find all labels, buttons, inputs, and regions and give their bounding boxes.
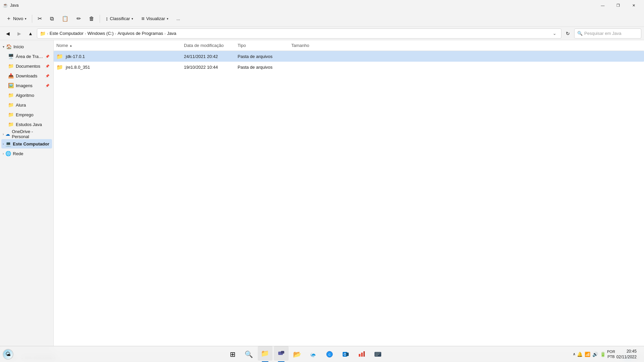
- breadcrumb-java[interactable]: Java: [167, 31, 176, 36]
- sidebar-item-area-de-trabalho[interactable]: 🖥️ Área de Trabalho 📌: [1, 52, 52, 61]
- col-header-date[interactable]: Data de modificação: [184, 43, 238, 48]
- paste-button[interactable]: 📋: [58, 13, 72, 25]
- search-button[interactable]: 🔍: [242, 347, 256, 362]
- rename-button[interactable]: ✏: [73, 13, 84, 25]
- onedrive-label: OneDrive - Personal: [12, 129, 51, 139]
- file-type-jdk: Pasta de arquivos: [238, 54, 291, 59]
- sidebar-item-downloads[interactable]: 📥 Downloads 📌: [1, 71, 52, 80]
- taskbar-right: ∧ 🔔 📶 🔊 🔋 POR PTB 20:45 02/11/2022: [570, 347, 644, 362]
- address-dropdown-button[interactable]: ⌄: [550, 29, 558, 38]
- outlook-button[interactable]: O: [338, 347, 353, 362]
- sidebar-section-inicio[interactable]: ▾ 🏠 Início: [1, 42, 52, 51]
- title-bar-left: ☕ Java: [3, 3, 18, 8]
- language-line2: PTB: [607, 354, 615, 359]
- col-size-label: Tamanho: [291, 43, 309, 48]
- search-icon: 🔍: [577, 31, 583, 36]
- sidebar-item-imagens[interactable]: 🖼️ Imagens 📌: [1, 81, 52, 90]
- language-line1: POR: [607, 349, 615, 354]
- inicio-icon: 🏠: [6, 44, 12, 49]
- start-btn-wrap: ⊞: [226, 347, 240, 362]
- breadcrumb-separator-0: ›: [47, 32, 48, 36]
- sidebar-section-rede[interactable]: › 🌐 Rede: [1, 149, 52, 158]
- view-icon: ≡: [141, 16, 144, 22]
- file-explorer-button[interactable]: 📁: [258, 346, 273, 361]
- sidebar-label-emprego: Emprego: [16, 112, 49, 117]
- refresh-button[interactable]: ↻: [563, 28, 573, 39]
- sidebar-label-area-de-trabalho: Área de Trabalho: [16, 54, 43, 59]
- pin-icon-downloads: 📌: [45, 74, 49, 78]
- maximize-button[interactable]: ❐: [610, 0, 626, 11]
- documents-icon: 📁: [8, 63, 14, 69]
- breadcrumb-este-computador[interactable]: Este Computador: [50, 31, 84, 36]
- folder-icon-jre: 📁: [56, 64, 63, 70]
- sidebar-item-emprego[interactable]: 📁 Emprego: [1, 110, 52, 119]
- delete-button[interactable]: 🗑: [86, 13, 98, 25]
- inicio-chevron-icon: ▾: [3, 45, 4, 49]
- rede-label: Rede: [13, 151, 23, 156]
- taskbar-clock[interactable]: 20:45 02/11/2022: [616, 349, 637, 360]
- breadcrumb-separator-1: ›: [85, 32, 86, 36]
- file-date-jre: 19/10/2022 10:44: [184, 65, 238, 70]
- col-header-name[interactable]: Nome ▲: [56, 43, 184, 48]
- more-button[interactable]: ...: [173, 13, 184, 25]
- tray-chevron-button[interactable]: ∧: [573, 347, 576, 362]
- back-button[interactable]: ◀: [3, 28, 13, 39]
- estudos-java-folder-icon: 📁: [8, 122, 14, 127]
- este-computador-label: Este Computador: [13, 141, 49, 146]
- sidebar-section-onedrive[interactable]: › ☁ OneDrive - Personal: [1, 129, 52, 139]
- copy-icon: ⧉: [50, 16, 54, 22]
- circular-app-button[interactable]: C: [322, 347, 337, 362]
- wifi-icon: 📶: [585, 352, 590, 357]
- file-row-jre[interactable]: 📁 jre1.8.0_351 19/10/2022 10:44 Pasta de…: [54, 62, 644, 72]
- start-button[interactable]: ⊞: [226, 347, 240, 362]
- notification-icon: 🔔: [577, 352, 583, 357]
- address-bar[interactable]: 📁 › Este Computador › Windows (C:) › Arq…: [37, 28, 561, 39]
- bar-chart-button[interactable]: [354, 347, 369, 362]
- sidebar-label-documentos: Documentos: [16, 64, 43, 69]
- cut-button[interactable]: ✂: [34, 13, 45, 25]
- stacked-app-button[interactable]: [370, 347, 385, 362]
- toolbar-separator-1: [32, 15, 32, 23]
- classify-button[interactable]: ↕ Classificar ▾: [102, 13, 137, 25]
- emprego-folder-icon: 📁: [8, 112, 14, 117]
- onedrive-chevron-icon: ›: [3, 132, 4, 136]
- edge-button[interactable]: [306, 347, 321, 362]
- sidebar-item-documentos[interactable]: 📁 Documentos 📌: [1, 61, 52, 71]
- sidebar-item-estudos-java[interactable]: 📁 Estudos Java: [1, 120, 52, 129]
- new-button[interactable]: ＋ Novo ▾: [3, 13, 30, 25]
- folder-button[interactable]: 📂: [290, 347, 305, 362]
- minimize-button[interactable]: —: [595, 0, 610, 11]
- file-row-jdk[interactable]: 📁 jdk-17.0.1 24/11/2021 20:42 Pasta de a…: [54, 51, 644, 62]
- breadcrumb-separator-3: ›: [164, 32, 166, 36]
- taskbar-center: ⊞ 🔍 📁 📂 C: [40, 346, 570, 362]
- rede-chevron-icon: ›: [3, 152, 4, 156]
- up-button[interactable]: ▲: [26, 28, 36, 39]
- cut-icon: ✂: [38, 15, 42, 22]
- svg-text:C: C: [328, 353, 331, 356]
- bar-chart-btn-wrap: [354, 347, 369, 362]
- breadcrumb-arquivos-de-programas[interactable]: Arquivos de Programas: [117, 31, 163, 36]
- show-desktop-button[interactable]: [638, 347, 641, 362]
- rede-icon: 🌐: [5, 151, 11, 156]
- breadcrumb-windows-c[interactable]: Windows (C:): [88, 31, 114, 36]
- sidebar-item-alura[interactable]: 📁 Alura: [1, 100, 52, 110]
- title-bar: ☕ Java — ❐ ✕: [0, 0, 644, 11]
- view-button[interactable]: ≡ Visualizar ▾: [138, 13, 171, 25]
- sidebar-section-este-computador[interactable]: › 💻 Este Computador: [1, 139, 52, 148]
- col-header-size[interactable]: Tamanho: [291, 43, 325, 48]
- svg-rect-6: [346, 353, 349, 356]
- col-header-type[interactable]: Tipo: [238, 43, 291, 48]
- new-icon: ＋: [6, 15, 11, 22]
- title-bar-controls: — ❐ ✕: [595, 0, 641, 11]
- svg-rect-1: [281, 351, 284, 354]
- svg-rect-11: [375, 353, 381, 353]
- teams-button[interactable]: [274, 346, 289, 361]
- close-button[interactable]: ✕: [626, 0, 641, 11]
- copy-button[interactable]: ⧉: [47, 13, 57, 25]
- sidebar-item-algoritmo[interactable]: 📁 Algoritmo: [1, 90, 52, 100]
- forward-button[interactable]: ▶: [14, 28, 24, 39]
- sidebar-label-estudos-java: Estudos Java: [16, 122, 49, 127]
- weather-widget[interactable]: 🌤: [3, 349, 13, 360]
- search-box[interactable]: 🔍 Pesquisar em Java: [574, 28, 641, 39]
- teams-btn-wrap: [274, 346, 289, 362]
